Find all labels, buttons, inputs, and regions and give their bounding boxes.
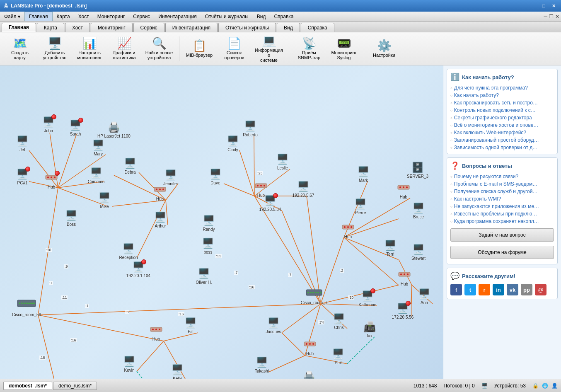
node-cindy[interactable]: 🖥️ Cindy: [220, 135, 246, 152]
maximize-button[interactable]: □: [539, 2, 548, 10]
node-ip534[interactable]: 🖥️ 192.20.5.34: [257, 195, 283, 212]
status-tab-1[interactable]: demobest_.lsm*: [3, 382, 52, 390]
link-control[interactable]: Контроль новых подключений к с…: [450, 107, 554, 113]
close-button[interactable]: ✕: [549, 2, 558, 10]
node-hub1[interactable]: Hub: [38, 172, 65, 189]
node-jacques[interactable]: 🖥️ Jacques: [260, 317, 287, 334]
link-planned[interactable]: Запланированный простой оборуд…: [450, 137, 554, 143]
tab-help[interactable]: Справка: [301, 23, 334, 32]
node-kevin[interactable]: 🖥️ Kevin: [116, 356, 143, 373]
node-hub5[interactable]: Hub: [335, 222, 361, 239]
node-kelly[interactable]: 🖥️ Kelly: [164, 364, 191, 379]
qa-link-6[interactable]: Известные проблемы при подклю…: [450, 211, 554, 217]
setup-monitoring-button[interactable]: 📊 Настроитьмониторинг: [73, 34, 106, 63]
minimize-btn-inner[interactable]: ─: [544, 14, 547, 19]
restore-btn-inner[interactable]: ❐: [549, 14, 554, 19]
menu-view[interactable]: Вид: [253, 12, 270, 21]
qa-link-1[interactable]: Почему не рисуются связи?: [450, 174, 554, 179]
node-server3[interactable]: 🗄️ SERVER_3: [401, 162, 434, 179]
node-boss[interactable]: 🖥️ Boss: [58, 210, 85, 227]
network-map[interactable]: :10 :9 :7 :11 :1 :3 :16 :16 :18 :23 :11 …: [0, 65, 443, 379]
node-hub8[interactable]: Hub: [143, 324, 169, 341]
menu-inventory[interactable]: Инвентаризация: [154, 12, 201, 21]
twitter-button[interactable]: t: [464, 284, 476, 295]
link-web[interactable]: Как включить Web-интерфейс?: [450, 130, 554, 136]
node-boss2[interactable]: 🖥️ boss: [195, 237, 221, 254]
link-start[interactable]: Как начать работу?: [450, 92, 554, 98]
node-roberto[interactable]: 🖥️ Roberto: [237, 120, 264, 137]
tab-main[interactable]: Главная: [2, 23, 36, 32]
menu-map[interactable]: Карта: [53, 12, 74, 21]
facebook-button[interactable]: f: [450, 284, 462, 295]
syslog-button[interactable]: 📟 МониторингSyslog: [327, 34, 360, 63]
qa-link-5[interactable]: Не запускаются приложения из ме…: [450, 203, 554, 209]
node-sarah[interactable]: 🖥️ Sarah: [62, 119, 89, 136]
node-john[interactable]: 🖥️ John: [35, 116, 62, 133]
tab-host[interactable]: Хост: [65, 23, 90, 32]
node-cisco7[interactable]: Cisco_room_7: [297, 288, 331, 305]
node-jef[interactable]: 🖥️ Jef: [9, 135, 36, 152]
node-ip567[interactable]: 🖥️ 192.20.5.67: [290, 181, 317, 198]
settings-button[interactable]: ⚙️ Настройки: [368, 34, 401, 63]
sysinfo-button[interactable]: 💻 Информация осистеме: [252, 34, 285, 63]
minimize-button[interactable]: ─: [530, 2, 538, 10]
menu-reports[interactable]: Отчёты и журналы: [201, 12, 253, 21]
node-bruce[interactable]: 🖥️ Bruce: [405, 202, 432, 219]
node-stewart[interactable]: 🖥️ Stewart: [405, 244, 432, 261]
node-mary[interactable]: 🖥️ Mary: [85, 139, 111, 156]
charts-button[interactable]: 📈 Графики истатистика: [108, 34, 141, 63]
node-hub2[interactable]: Hub: [147, 184, 173, 201]
vk-button[interactable]: vk: [507, 284, 518, 295]
node-npi[interactable]: 🖨️ NPI8E793D: [293, 371, 326, 379]
rss-button[interactable]: r: [479, 284, 490, 295]
node-hub4[interactable]: Hub: [390, 182, 417, 199]
link-monitoring[interactable]: Всё о мониторинге хостов и опове…: [450, 122, 554, 128]
tab-view[interactable]: Вид: [277, 23, 300, 32]
menu-main[interactable]: Главная: [24, 12, 53, 21]
node-ip1104[interactable]: 🖥️ 192.20.1.104: [125, 261, 152, 278]
node-bill[interactable]: 🖥️ Bill: [177, 317, 204, 334]
link-purpose[interactable]: Для чего нужна эта программа?: [450, 85, 554, 91]
node-dave[interactable]: 🖥️ Dave: [202, 168, 229, 185]
node-ip556[interactable]: 🖥️ 172.20.5.56: [389, 302, 416, 319]
link-editor[interactable]: Секреты графического редактора: [450, 115, 554, 121]
node-mike[interactable]: 🖥️ Mike: [91, 192, 118, 209]
node-fax[interactable]: 📠 fax: [356, 321, 383, 338]
menu-host[interactable]: Хост: [74, 12, 93, 21]
close-btn-inner[interactable]: ✕: [555, 14, 559, 19]
node-chris[interactable]: 🖥️ Chris: [326, 313, 352, 330]
menu-file[interactable]: Файл ▾: [0, 12, 24, 21]
node-reception[interactable]: 🖥️ Reception: [115, 243, 142, 260]
find-devices-button[interactable]: 🔍 Найти новыеустройства: [143, 34, 176, 63]
link-dependency[interactable]: Зависимость одной проверки от д…: [450, 145, 554, 150]
qa-link-4[interactable]: Как настроить WMI?: [450, 196, 554, 202]
node-pierre[interactable]: 🖥️ Pierre: [347, 198, 374, 215]
node-debra[interactable]: 🖥️ Debra: [117, 157, 143, 174]
node-randy[interactable]: 🖥️ Randy: [196, 215, 222, 232]
node-leslie[interactable]: 🖥️ Leslie: [269, 153, 296, 170]
menu-monitoring[interactable]: Мониторинг: [93, 12, 129, 21]
node-hp-printer[interactable]: 🖨️ HP LaserJet 1100: [93, 121, 135, 138]
tab-map[interactable]: Карта: [37, 23, 64, 32]
node-common[interactable]: 🖥️ Common: [83, 167, 109, 184]
people-button[interactable]: pp: [521, 284, 532, 295]
qa-link-2[interactable]: Проблемы с E-mail и SMS-уведом…: [450, 181, 554, 187]
node-arthur[interactable]: 🖥️ Arthur: [147, 211, 174, 228]
add-device-button[interactable]: 🖥️ Добавитьустройство: [38, 34, 71, 63]
menu-service[interactable]: Сервис: [129, 12, 154, 21]
node-jennifer[interactable]: 🖥️ Jennifer: [157, 169, 184, 186]
linkedin-button[interactable]: in: [493, 284, 504, 295]
node-terri[interactable]: 🖥️ Terri: [377, 240, 404, 256]
email-share-button[interactable]: @: [535, 284, 546, 295]
tab-monitoring[interactable]: Мониторинг: [91, 23, 133, 32]
tab-inventory[interactable]: Инвентаризация: [165, 23, 218, 32]
create-map-button[interactable]: 🗺️ Создатькарту: [3, 34, 36, 63]
node-mark[interactable]: 🖥️ Mark: [350, 166, 377, 183]
menu-help[interactable]: Справка: [270, 12, 297, 21]
node-katherine[interactable]: 🖥️ Katherine: [354, 290, 381, 307]
link-scan[interactable]: Как просканировать сеть и постро…: [450, 100, 554, 106]
tab-service[interactable]: Сервис: [133, 23, 164, 32]
check-list-button[interactable]: 📄 Списокпроверок: [218, 34, 251, 63]
discuss-forum-button[interactable]: Обсудите на форуме: [450, 246, 554, 259]
node-cisco56[interactable]: Cisco_room_56: [10, 298, 43, 317]
